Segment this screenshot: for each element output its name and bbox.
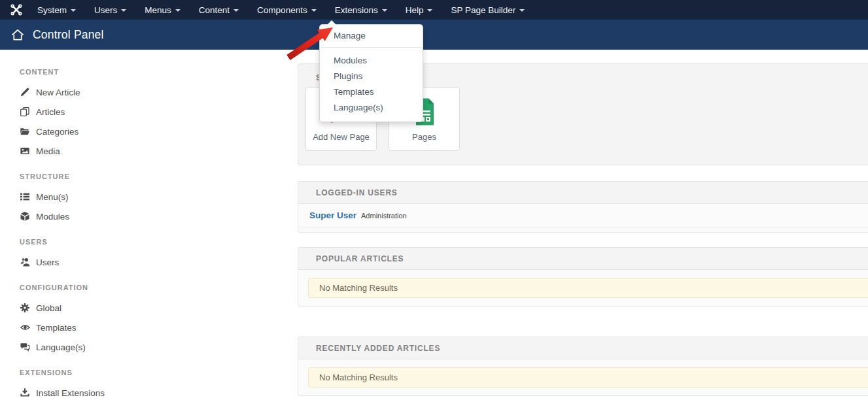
sidebar-header-content: CONTENT (20, 63, 298, 82)
sidebar-section-extensions: EXTENSIONS Install Extensions (20, 363, 298, 403)
menu-menus[interactable]: Menus (135, 0, 190, 20)
user-icon (20, 257, 30, 267)
logged-in-users-header: LOGGED-IN USERS (298, 182, 868, 204)
caret-down-icon (519, 9, 525, 12)
gear-icon (20, 303, 30, 313)
menu-users-label: Users (94, 5, 117, 15)
cube-icon (20, 212, 30, 222)
comments-icon (20, 342, 30, 352)
joomla-logo-icon[interactable] (10, 4, 22, 16)
caret-down-icon (121, 9, 126, 12)
caret-down-icon (427, 9, 432, 12)
page-title: Control Panel (33, 28, 104, 42)
sidebar-section-content: CONTENT New Article Articles Categories … (20, 63, 298, 161)
menu-extensions[interactable]: Extensions (326, 0, 396, 20)
sidebar-item-label: Language(s) (36, 342, 86, 352)
sidebar-item-new-article[interactable]: New Article (20, 82, 298, 102)
sidebar-item-label: Articles (36, 107, 65, 117)
download-icon (20, 388, 30, 398)
sidebar-item-languages[interactable]: Language(s) (20, 337, 298, 357)
caret-down-icon (311, 9, 317, 12)
caret-down-icon (175, 9, 181, 12)
menu-system-label: System (37, 5, 67, 15)
sidebar-item-label: Modules (36, 212, 69, 222)
sidebar-item-label: Global (36, 303, 61, 313)
extensions-dropdown-menu: Manage Modules Plugins Templates Languag… (319, 24, 423, 122)
sidebar-header-structure: STRUCTURE (20, 167, 298, 187)
super-user-link[interactable]: Super User (309, 210, 356, 220)
recent-articles-panel: RECENTLY ADDED ARTICLES No Matching Resu… (298, 337, 868, 396)
sidebar-section-structure: STRUCTURE Menu(s) Modules (20, 167, 298, 226)
sidebar-item-global[interactable]: Global (20, 298, 298, 318)
folder-icon (20, 127, 30, 137)
menu-system[interactable]: System (28, 0, 85, 20)
dropdown-item-plugins[interactable]: Plugins (320, 69, 423, 84)
sidebar-item-label: Install Extensions (36, 388, 105, 398)
image-icon (20, 146, 30, 156)
menu-content-label: Content (199, 5, 230, 15)
sidebar-item-label: New Article (36, 88, 80, 97)
sidebar-header-users: USERS (20, 233, 298, 252)
sidebar-item-label: Templates (36, 323, 77, 333)
sidebar-item-templates[interactable]: Templates (20, 318, 298, 337)
logged-in-users-panel: LOGGED-IN USERS Super User Administratio… (298, 181, 868, 233)
no-results-alert: No Matching Results (308, 278, 868, 298)
menu-components[interactable]: Components (248, 0, 326, 20)
sidebar-header-extensions: EXTENSIONS (20, 363, 298, 383)
sidebar-item-users[interactable]: Users (20, 252, 298, 272)
user-location-label: Administration (361, 212, 407, 220)
sidebar-item-label: Menu(s) (36, 192, 69, 202)
sidebar-item-label: Media (36, 146, 60, 156)
dropdown-item-languages[interactable]: Language(s) (320, 100, 423, 116)
popular-articles-panel: POPULAR ARTICLES No Matching Results (298, 247, 868, 307)
sidebar-item-install-extensions[interactable]: Install Extensions (20, 383, 298, 403)
menu-components-label: Components (257, 5, 307, 15)
sidebar-section-users: USERS Users (20, 233, 298, 272)
menu-users[interactable]: Users (85, 0, 135, 20)
title-bar: Control Panel (0, 20, 868, 50)
top-navbar: System Users Menus Content Components Ex… (0, 0, 868, 20)
pencil-icon (20, 88, 30, 97)
sidebar-item-menus[interactable]: Menu(s) (20, 187, 298, 207)
dropdown-item-modules[interactable]: Modules (320, 53, 423, 69)
menu-sp-page-builder[interactable]: SP Page Builder (442, 0, 534, 20)
sidebar-item-modules[interactable]: Modules (20, 207, 298, 226)
dropdown-divider (321, 47, 422, 48)
dropdown-item-manage[interactable]: Manage (320, 28, 423, 44)
menu-sp-page-builder-label: SP Page Builder (451, 5, 515, 15)
popular-articles-header: POPULAR ARTICLES (298, 248, 868, 270)
dropdown-item-templates[interactable]: Templates (320, 84, 423, 100)
menu-menus-label: Menus (145, 5, 171, 15)
sidebar: CONTENT New Article Articles Categories … (0, 50, 298, 415)
sidebar-item-media[interactable]: Media (20, 141, 298, 161)
sidebar-item-label: Users (36, 257, 59, 267)
sidebar-item-label: Categories (36, 127, 78, 137)
sidebar-item-articles[interactable]: Articles (20, 102, 298, 122)
caret-down-icon (382, 9, 387, 12)
list-icon (20, 192, 30, 202)
add-new-page-label: Add New Page (306, 132, 376, 142)
logged-in-user-row: Super User Administration (298, 204, 868, 227)
eye-icon (20, 323, 30, 333)
sidebar-section-configuration: CONFIGURATION Global Templates Language(… (20, 278, 298, 357)
menu-content[interactable]: Content (190, 0, 248, 20)
home-icon (11, 29, 24, 41)
pages-label: Pages (389, 132, 459, 142)
sidebar-header-configuration: CONFIGURATION (20, 278, 298, 298)
caret-down-icon (71, 9, 76, 12)
menu-help[interactable]: Help (396, 0, 442, 20)
menu-extensions-label: Extensions (335, 5, 378, 15)
menu-help-label: Help (406, 5, 424, 15)
recent-articles-header: RECENTLY ADDED ARTICLES (298, 337, 868, 359)
caret-down-icon (234, 9, 239, 12)
sidebar-item-categories[interactable]: Categories (20, 122, 298, 141)
no-results-alert: No Matching Results (308, 367, 868, 388)
copy-icon (20, 107, 30, 117)
